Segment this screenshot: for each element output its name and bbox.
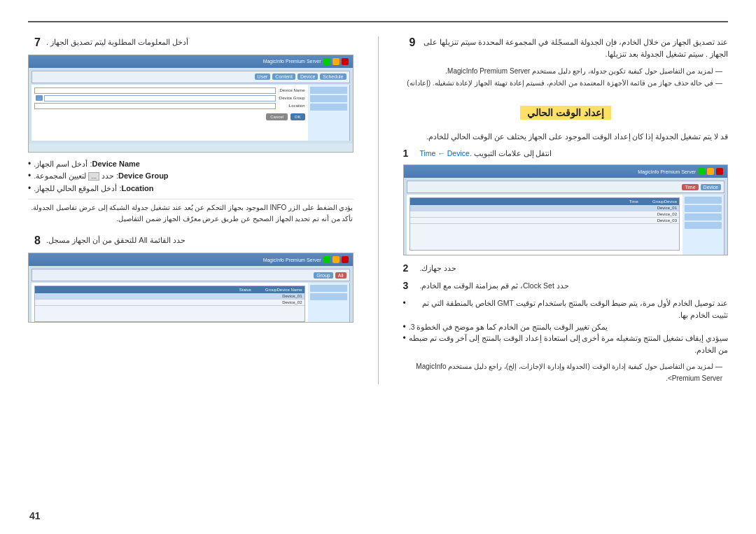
step-1-blue: .Time ← Device (420, 149, 472, 157)
col-header-2: Group (265, 288, 277, 292)
ss-sidebar-item-2-1[interactable] (310, 285, 347, 292)
step-3: 3 حدد Clock Set، ثم قم بمزامنة الوقت مع … (403, 280, 729, 292)
ss-sidebar-item-3[interactable] (310, 104, 347, 111)
ss-min-btn[interactable] (332, 58, 340, 65)
device-table-row-1[interactable]: Device_01 (35, 293, 304, 300)
step-1: 1 انتقل إلى علامات التبويب .Time ← Devic… (403, 148, 729, 160)
ss-min-btn-2[interactable] (332, 256, 340, 263)
ss-close-btn[interactable] (342, 58, 349, 65)
ss-main-content-1: Device Name: Device Group: ... Location: (31, 85, 308, 141)
left-column: 9 عند تصديق الجهاز من خلال الخادم، فإن ا… (403, 36, 729, 384)
screenshot-step1: MagicInfo Premium Server Device Time (403, 164, 729, 255)
ss-all-btn[interactable]: All (335, 272, 346, 279)
ss-toolbar-2: All Group (31, 269, 350, 281)
ss-input-name[interactable] (34, 87, 276, 94)
ss-max-btn-2[interactable] (323, 256, 330, 263)
ss-sidebar-item-1[interactable] (310, 87, 347, 94)
ss-row-name: Device Name: (34, 87, 305, 94)
ss-sidebar-step1-1[interactable] (685, 197, 722, 204)
ss-device-tab[interactable]: Device (701, 184, 721, 190)
ss-title-text: MagicInfo Premium Server (263, 59, 321, 64)
ss-main-step1: Device Group Time Device_01 Device_02 (407, 195, 683, 255)
ss-sidebar-step1-4[interactable] (685, 222, 722, 229)
ss-sidebar-step1-2[interactable] (685, 205, 722, 212)
ss-sidebar-2 (308, 283, 350, 323)
time-row-2-val: Device_02 (657, 212, 677, 216)
bullet-list-section7: • Device Name: أدخل اسم الجهاز. • Device… (28, 158, 354, 195)
bullet-note-3: • سيؤدي إيقاف تشغيل المنتج وتشغيله مرة أ… (403, 332, 729, 356)
section-7-number: 7 (28, 36, 41, 49)
section-8-text: حدد القائمة All للتحقق من أن الجهاز مسجل… (46, 234, 186, 247)
bullet-note-2: • يمكن تغيير الوقت بالمنتج من الخادم كما… (403, 321, 729, 333)
ss-ok-btn[interactable]: OK (290, 113, 305, 120)
ss-titlebar-1: MagicInfo Premium Server (29, 55, 353, 68)
bullet-device-group: • Device Group: حدد ... لتعيين المجموعة. (28, 170, 354, 183)
ss-titlebar-step1: MagicInfo Premium Server (404, 165, 728, 178)
ss-toolbar-content[interactable]: Content (272, 73, 295, 80)
bullet-note-1: • عند توصيل الخادم لأول مرة، يتم ضبط الو… (403, 297, 729, 321)
bullet-device-name: • Device Name: أدخل اسم الجهاز. (28, 158, 354, 171)
ss-inner-1: Schedule Device Content User (29, 68, 353, 143)
label-device-name: Device Name (92, 160, 140, 168)
col-header-3: Status (239, 288, 251, 292)
ss-toolbar-step1: Device Time (407, 181, 725, 193)
section-9-header: 9 عند تصديق الجهاز من خلال الخادم، فإن ا… (403, 36, 729, 61)
section-7-text: أدخل المعلومات المطلوبة ليتم تصديق الجها… (46, 36, 188, 49)
top-divider (28, 21, 728, 22)
clock-set-btn[interactable]: Clock Set (653, 255, 680, 255)
time-buttons: Clock Set (410, 255, 680, 255)
ss-sidebar-item-2[interactable] (310, 95, 347, 102)
section-7: 7 أدخل المعلومات المطلوبة ليتم تصديق الج… (28, 36, 354, 225)
ss-sidebar-step1-3[interactable] (685, 213, 722, 220)
bullet-note-3-text: سيؤدي إيقاف تشغيل المنتج وتشغيله مرة أخر… (409, 332, 728, 356)
ss-cancel-btn[interactable]: Cancel (266, 113, 288, 120)
ss-title-2: MagicInfo Premium Server (263, 258, 321, 262)
device-group-button[interactable]: ... (88, 172, 99, 181)
device-table-header: Device Name Group Status (35, 286, 304, 293)
section-9-number: 9 (403, 36, 416, 49)
ss-toolbar-device[interactable]: Device (298, 73, 318, 80)
ss-min-step1[interactable] (707, 168, 714, 175)
ss-time-tab[interactable]: Time (682, 184, 698, 190)
ss-inner-step1: Device Time Devic (404, 178, 728, 255)
device-row-2-name: Device_02 (282, 300, 302, 304)
time-row-2[interactable]: Device_02 (410, 211, 680, 218)
time-row-1[interactable]: Device_01 (410, 205, 680, 211)
ss-inner-2: All Group Device Name (29, 266, 353, 323)
step-2-number: 2 (403, 262, 414, 274)
ss-content-area-2: Device Name Group Status Device_01 Devic… (31, 283, 350, 323)
ss-close-step1[interactable] (716, 168, 723, 175)
ss-input-group[interactable] (44, 95, 275, 101)
ss-label-group: Device Group: (277, 96, 305, 100)
device-table-row-2[interactable]: Device_02 (35, 300, 304, 306)
ss-title-step1: MagicInfo Premium Server (638, 169, 696, 174)
ss-toolbar-1: Schedule Device Content User (31, 71, 350, 83)
ss-toolbar-user[interactable]: User (255, 73, 271, 80)
ss-sidebar-step1 (682, 195, 724, 255)
ss-sidebar-item-2-2[interactable] (310, 293, 347, 300)
time-row-3-val: Device_03 (657, 218, 677, 223)
time-row-3[interactable]: Device_03 (410, 218, 680, 224)
highlight-heading-container: إعداد الوقت الحالي (403, 99, 729, 125)
main-layout: 7 أدخل المعلومات المطلوبة ليتم تصديق الج… (28, 36, 728, 384)
ss-input-location[interactable] (34, 103, 276, 109)
time-col-2: Group (652, 199, 664, 204)
bullet-note-1-text: عند توصيل الخادم لأول مرة، يتم ضبط الوقت… (409, 297, 728, 321)
ss-max-btn[interactable] (323, 58, 330, 65)
ss-row-location: Location: (34, 103, 305, 109)
ss-toolbar-schedule[interactable]: Schedule (320, 73, 346, 80)
ss-group-tab[interactable]: Group (314, 272, 332, 279)
ss-group-btn[interactable]: ... (36, 95, 43, 101)
time-row-1-val: Device_01 (657, 206, 677, 210)
column-divider (378, 36, 379, 384)
ss-max-step1[interactable] (698, 168, 705, 175)
sub-text: قد لا يتم تشغيل الجدولة إذا كان إعداد ال… (403, 131, 729, 143)
ss-close-btn-2[interactable] (342, 256, 349, 263)
section-9-text: عند تصديق الجهاز من خلال الخادم، فإن الج… (421, 36, 729, 61)
time-col-1: Device (664, 199, 677, 204)
step-3-number: 3 (403, 280, 414, 291)
ss-buttons-row: OK Cancel (34, 113, 305, 120)
time-table-header: Device Group Time (410, 198, 680, 205)
bullet-note-2-text: يمكن تغيير الوقت بالمنتج من الخادم كما ه… (409, 321, 608, 333)
ss-main-content-2: Device Name Group Status Device_01 Devic… (31, 283, 308, 323)
